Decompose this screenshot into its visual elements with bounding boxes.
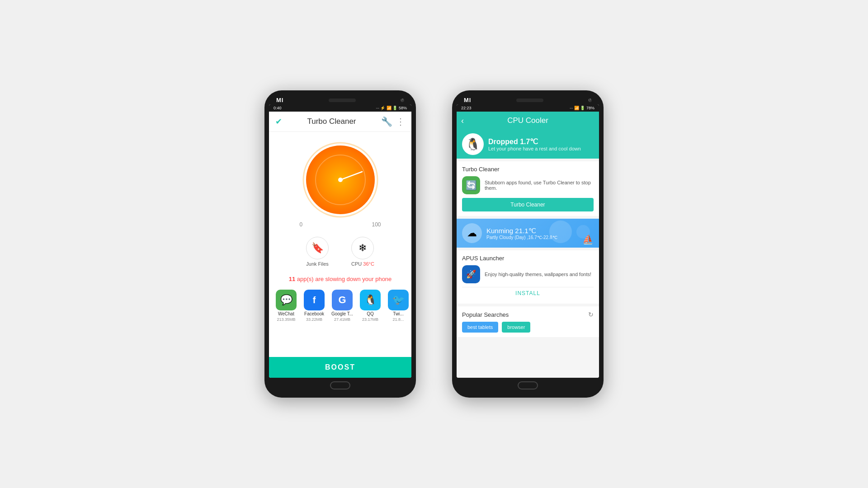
facebook-icon: f [304, 290, 325, 310]
phone-2-top: MI ↺ [457, 95, 599, 104]
refresh-icon[interactable]: ↻ [588, 311, 594, 318]
app-google[interactable]: G Google T... 27.41MB [330, 290, 355, 322]
mi-logo-1: MI [276, 97, 283, 103]
phone-camera-1 [329, 99, 356, 102]
apps-row: 💬 WeChat 213.35MB f Facebook 33.22MB G G… [269, 286, 411, 325]
more-icon-1[interactable]: ⋮ [396, 116, 405, 127]
dropped-banner: 🐧 Dropped 1.7℃ Let your phone have a res… [457, 130, 599, 159]
app-facebook[interactable]: f Facebook 33.22MB [302, 290, 327, 322]
weather-card: ☁ Kunming 21.1℃ Partly Cloudy (Day) ,16.… [457, 219, 599, 248]
search-tags: best tablets browser [462, 322, 594, 333]
popular-section: Popular Searches ↻ best tablets browser [457, 306, 599, 337]
app-header-1: ✔ Turbo Cleaner 🔧 ⋮ [269, 112, 411, 132]
phone-1-screen: 0:40 ··· ⚡ 📶 🔋 58% ✔ Turbo Cleaner 🔧 ⋮ [269, 104, 411, 378]
apus-row: 🚀 Enjoy high-quality themes, wallpapers … [462, 265, 594, 283]
install-button[interactable]: INSTALL [462, 287, 594, 299]
junk-files-label: Junk Files [306, 261, 329, 267]
app-wechat[interactable]: 💬 WeChat 213.35MB [274, 290, 299, 322]
status-icons-1: ··· ⚡ 📶 🔋 58% [376, 106, 407, 110]
qq-icon: 🐧 [360, 290, 381, 310]
penguin-avatar: 🐧 [462, 133, 484, 155]
apus-icon: 🚀 [462, 265, 480, 283]
header-icons-1: 🔧 ⋮ [381, 116, 405, 127]
phone-2: MI ↺ 22:23 ··· 📶 🔋 78% ‹ CPU Cooler 🐧 Dr… [452, 90, 604, 398]
gauge-max: 100 [372, 221, 381, 228]
boost-button[interactable]: BOOST [269, 357, 411, 378]
turbo-section-title: Turbo Cleaner [462, 166, 594, 173]
phone-2-bottom [457, 378, 599, 393]
phone-1-top: MI ↺ [269, 95, 411, 104]
weather-bubble-1 [549, 221, 572, 243]
junk-files-icon: 🔖 [306, 237, 329, 259]
phone-speaker-2: ↺ [588, 99, 592, 102]
turbo-promo-icon: 🔄 [462, 176, 480, 194]
phone-1-bottom [269, 378, 411, 393]
check-icon-1[interactable]: ✔ [275, 117, 282, 127]
turbo-promo-text: Stubborn apps found, use Turbo Cleaner t… [485, 180, 594, 191]
cpu-tool[interactable]: ❄ CPU 36°C [351, 237, 374, 267]
dropped-title: Dropped 1.7℃ [488, 137, 581, 146]
apus-section: APUS Launcher 🚀 Enjoy high-quality theme… [457, 250, 599, 304]
wechat-size: 213.35MB [277, 317, 295, 322]
twitter-size: 21.8... [392, 317, 404, 322]
facebook-name: Facebook [304, 311, 324, 316]
slow-count: 11 [289, 276, 295, 282]
weather-desc: Partly Cloudy (Day) ,16.7℃-22.8℃ [486, 235, 557, 240]
junk-files-tool[interactable]: 🔖 Junk Files [306, 237, 329, 267]
cpu-label: CPU 36°C [351, 261, 374, 267]
wechat-icon: 💬 [276, 290, 297, 310]
logo-icon-1: 🔧 [381, 116, 392, 127]
apus-section-title: APUS Launcher [462, 255, 594, 262]
mi-logo-2: MI [464, 97, 471, 103]
phone-camera-2 [516, 99, 543, 102]
phone-speaker-1: ↺ [401, 99, 404, 102]
home-button-1[interactable] [330, 381, 350, 389]
status-time-2: 22:23 [461, 106, 472, 110]
tag-best-tablets[interactable]: best tablets [462, 322, 498, 333]
status-icons-2: ··· 📶 🔋 78% [570, 106, 594, 110]
gauge-min: 0 [300, 221, 303, 228]
city-temp: Kunming 21.1℃ [486, 227, 557, 235]
turbo-section: Turbo Cleaner 🔄 Stubborn apps found, use… [457, 161, 599, 216]
qq-size: 23.17MB [362, 317, 378, 322]
gauge-labels: 0 100 [300, 221, 381, 228]
slow-apps-banner: 11 app(s) are slowing down your phone [269, 272, 411, 286]
home-button-2[interactable] [518, 381, 538, 389]
popular-header: Popular Searches ↻ [462, 311, 594, 318]
wechat-name: WeChat [278, 311, 294, 316]
gauge-section: 0 100 [269, 132, 411, 231]
app-header-2: ‹ CPU Cooler [457, 112, 599, 130]
app-qq[interactable]: 🐧 QQ 23.17MB [358, 290, 383, 322]
twitter-name: Twi... [393, 311, 403, 316]
tools-section: 🔖 Junk Files ❄ CPU 36°C [269, 231, 411, 272]
status-time-1: 0:40 [274, 106, 282, 110]
google-name: Google T... [331, 311, 353, 316]
cpu-icon: ❄ [351, 237, 374, 259]
gauge-svg [300, 139, 381, 221]
app-title-2: CPU Cooler [507, 116, 548, 125]
apus-text: Enjoy high-quality themes, wallpapers an… [485, 272, 594, 277]
svg-point-4 [338, 178, 343, 182]
popular-title: Popular Searches [462, 311, 509, 318]
dropped-subtitle: Let your phone have a rest and cool down [488, 146, 581, 151]
turbo-cleaner-button[interactable]: Turbo Cleaner [462, 198, 594, 211]
turbo-promo-row: 🔄 Stubborn apps found, use Turbo Cleaner… [462, 176, 594, 194]
slow-apps-suffix: app(s) are slowing down your phone [295, 276, 392, 282]
weather-icon: ☁ [462, 223, 482, 243]
app-twitter[interactable]: 🐦 Twi... 21.8... [386, 290, 411, 322]
phone-2-screen: 22:23 ··· 📶 🔋 78% ‹ CPU Cooler 🐧 Dropped… [457, 104, 599, 378]
weather-info: Kunming 21.1℃ Partly Cloudy (Day) ,16.7℃… [486, 227, 557, 240]
status-bar-1: 0:40 ··· ⚡ 📶 🔋 58% [269, 104, 411, 112]
back-button[interactable]: ‹ [461, 116, 464, 126]
cpu-cooler-content: 🐧 Dropped 1.7℃ Let your phone have a res… [457, 130, 599, 378]
twitter-icon: 🐦 [388, 290, 409, 310]
weather-row: ☁ Kunming 21.1℃ Partly Cloudy (Day) ,16.… [462, 223, 594, 243]
dropped-text: Dropped 1.7℃ Let your phone have a rest … [488, 137, 581, 151]
status-bar-2: 22:23 ··· 📶 🔋 78% [457, 104, 599, 112]
tag-browser[interactable]: browser [502, 322, 530, 333]
google-icon: G [332, 290, 353, 310]
boat-icon: ⛵ [582, 234, 594, 245]
google-size: 27.41MB [334, 317, 350, 322]
cpu-temp: 36°C [363, 261, 374, 267]
gauge-container [300, 139, 381, 221]
